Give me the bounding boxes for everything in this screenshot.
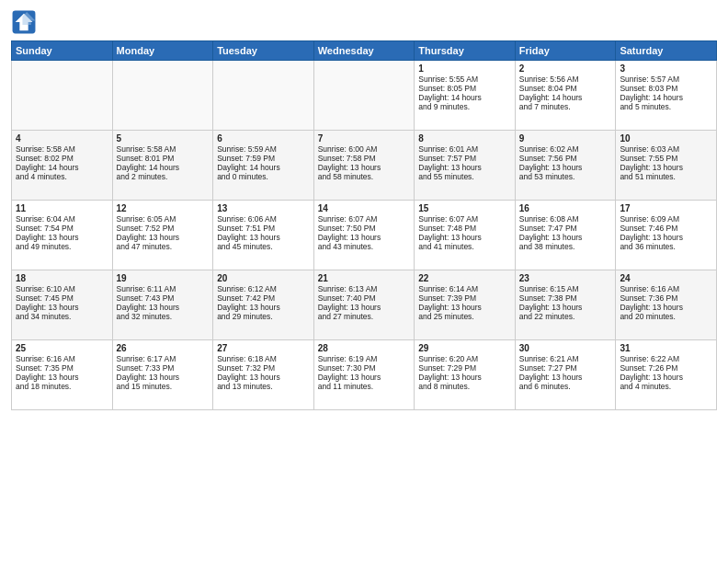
calendar-cell: 26Sunrise: 6:17 AMSunset: 7:33 PMDayligh…: [112, 340, 213, 410]
day-info: and 20 minutes.: [620, 312, 712, 321]
day-info: Sunset: 7:58 PM: [318, 154, 411, 163]
day-header-friday: Friday: [515, 41, 616, 61]
calendar-cell: 28Sunrise: 6:19 AMSunset: 7:30 PMDayligh…: [313, 340, 415, 410]
day-number: 2: [519, 63, 612, 74]
day-info: Daylight: 13 hours: [620, 163, 712, 172]
day-number: 30: [519, 343, 612, 353]
day-info: Sunrise: 6:03 AM: [620, 144, 712, 154]
day-info: Daylight: 13 hours: [418, 233, 511, 242]
day-info: and 13 minutes.: [217, 382, 310, 391]
day-info: and 43 minutes.: [318, 242, 411, 251]
day-info: and 7 minutes.: [519, 102, 612, 111]
calendar-cell: 20Sunrise: 6:12 AMSunset: 7:42 PMDayligh…: [213, 270, 314, 340]
week-row-2: 4Sunrise: 5:58 AMSunset: 8:02 PMDaylight…: [12, 131, 717, 201]
day-info: Sunrise: 5:59 AM: [217, 144, 310, 154]
day-info: Sunrise: 6:21 AM: [519, 354, 612, 363]
day-number: 3: [620, 63, 712, 74]
day-info: Sunrise: 6:07 AM: [318, 214, 411, 224]
day-info: Sunset: 7:38 PM: [519, 293, 612, 303]
day-info: Sunset: 7:29 PM: [418, 363, 511, 373]
day-info: Daylight: 14 hours: [16, 163, 108, 172]
calendar-cell: [12, 61, 113, 131]
day-info: Daylight: 13 hours: [217, 303, 310, 312]
calendar-cell: 4Sunrise: 5:58 AMSunset: 8:02 PMDaylight…: [12, 131, 113, 201]
day-info: Sunset: 7:48 PM: [418, 224, 511, 233]
day-info: Sunset: 7:59 PM: [217, 154, 310, 163]
day-number: 5: [117, 133, 210, 144]
day-info: Daylight: 13 hours: [117, 303, 210, 312]
logo: [11, 9, 40, 35]
day-info: Sunset: 7:40 PM: [318, 293, 411, 303]
calendar-cell: [112, 61, 213, 131]
day-info: Sunrise: 6:09 AM: [620, 214, 712, 224]
calendar-cell: 8Sunrise: 6:01 AMSunset: 7:57 PMDaylight…: [415, 131, 516, 201]
day-info: Sunset: 7:26 PM: [620, 363, 712, 373]
day-info: and 32 minutes.: [117, 312, 210, 321]
day-info: Sunrise: 5:57 AM: [620, 75, 712, 84]
day-number: 4: [16, 133, 108, 144]
day-info: Sunrise: 6:04 AM: [16, 214, 108, 224]
day-info: Sunset: 7:50 PM: [318, 224, 411, 233]
day-info: and 58 minutes.: [318, 172, 411, 181]
day-number: 18: [16, 273, 108, 283]
day-number: 25: [16, 343, 108, 353]
day-number: 14: [318, 203, 411, 213]
day-info: Daylight: 13 hours: [519, 163, 612, 172]
day-number: 21: [318, 273, 411, 283]
day-info: Sunset: 8:01 PM: [117, 154, 210, 163]
day-info: Sunset: 7:56 PM: [519, 154, 612, 163]
day-info: and 5 minutes.: [620, 102, 712, 111]
day-info: Sunset: 8:04 PM: [519, 84, 612, 93]
day-info: Sunrise: 5:58 AM: [16, 144, 108, 154]
day-info: Daylight: 13 hours: [318, 373, 411, 382]
calendar-cell: 22Sunrise: 6:14 AMSunset: 7:39 PMDayligh…: [415, 270, 516, 340]
day-info: and 47 minutes.: [117, 242, 210, 251]
day-number: 31: [620, 343, 712, 353]
logo-icon: [11, 9, 37, 35]
day-info: Daylight: 13 hours: [418, 303, 511, 312]
day-info: Sunrise: 5:56 AM: [519, 75, 612, 84]
day-info: and 22 minutes.: [519, 312, 612, 321]
day-info: Daylight: 14 hours: [217, 163, 310, 172]
day-info: Sunset: 8:02 PM: [16, 154, 108, 163]
calendar-cell: 1Sunrise: 5:55 AMSunset: 8:05 PMDaylight…: [415, 61, 516, 131]
calendar-cell: 24Sunrise: 6:16 AMSunset: 7:36 PMDayligh…: [616, 270, 717, 340]
week-row-3: 11Sunrise: 6:04 AMSunset: 7:54 PMDayligh…: [12, 201, 717, 270]
day-info: Sunrise: 5:55 AM: [418, 75, 511, 84]
day-header-saturday: Saturday: [616, 41, 717, 61]
calendar-cell: 10Sunrise: 6:03 AMSunset: 7:55 PMDayligh…: [616, 131, 717, 201]
day-info: Sunset: 7:43 PM: [117, 293, 210, 303]
day-info: and 9 minutes.: [418, 102, 511, 111]
day-info: Sunset: 7:30 PM: [318, 363, 411, 373]
day-info: and 8 minutes.: [418, 382, 511, 391]
day-info: Daylight: 14 hours: [418, 93, 511, 102]
day-info: and 4 minutes.: [16, 172, 108, 181]
week-row-1: 1Sunrise: 5:55 AMSunset: 8:05 PMDaylight…: [12, 61, 717, 131]
day-info: Daylight: 14 hours: [519, 93, 612, 102]
day-info: and 36 minutes.: [620, 242, 712, 251]
day-number: 8: [418, 133, 511, 144]
day-info: Daylight: 13 hours: [16, 373, 108, 382]
day-info: and 51 minutes.: [620, 172, 712, 181]
day-number: 13: [217, 203, 310, 213]
day-info: and 38 minutes.: [519, 242, 612, 251]
day-info: Sunrise: 6:12 AM: [217, 284, 310, 293]
calendar-cell: 25Sunrise: 6:16 AMSunset: 7:35 PMDayligh…: [12, 340, 113, 410]
day-header-tuesday: Tuesday: [213, 41, 314, 61]
day-info: Sunrise: 6:01 AM: [418, 144, 511, 154]
calendar-cell: 16Sunrise: 6:08 AMSunset: 7:47 PMDayligh…: [515, 201, 616, 270]
week-row-4: 18Sunrise: 6:10 AMSunset: 7:45 PMDayligh…: [12, 270, 717, 340]
day-number: 7: [318, 133, 411, 144]
day-header-thursday: Thursday: [415, 41, 516, 61]
day-number: 28: [318, 343, 411, 353]
day-info: Sunset: 7:47 PM: [519, 224, 612, 233]
day-info: Sunset: 7:54 PM: [16, 224, 108, 233]
day-header-sunday: Sunday: [12, 41, 113, 61]
day-number: 1: [418, 63, 511, 74]
day-info: Sunrise: 6:00 AM: [318, 144, 411, 154]
day-info: Daylight: 13 hours: [620, 303, 712, 312]
calendar-cell: [213, 61, 314, 131]
calendar-cell: 21Sunrise: 6:13 AMSunset: 7:40 PMDayligh…: [313, 270, 415, 340]
day-number: 22: [418, 273, 511, 283]
calendar-cell: 2Sunrise: 5:56 AMSunset: 8:04 PMDaylight…: [515, 61, 616, 131]
